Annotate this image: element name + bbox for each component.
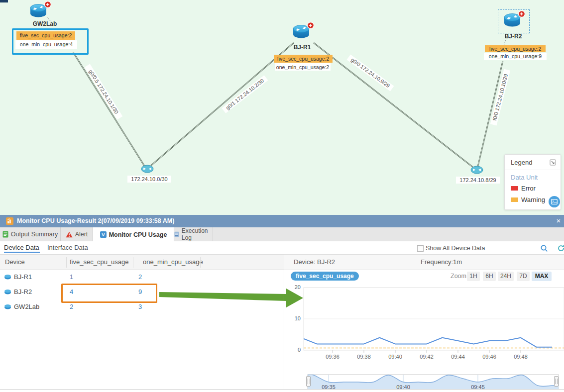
one-min-value: 3 [138, 303, 142, 310]
device-name: BJ-R2 [14, 288, 32, 295]
tab-monitor-cpu-usage[interactable]: V Monitor CPU Usage [93, 227, 174, 242]
tab-label: Output Summary [11, 231, 58, 238]
column-divider [133, 257, 133, 268]
tab-label: Monitor CPU Usage [109, 231, 167, 238]
plot-border [304, 288, 564, 350]
link-gw2lab-lan[interactable] [73, 52, 145, 167]
interface-label-bjr1-left: g0/1 172.24.10.2/30 [222, 75, 268, 113]
metric-five-sec-gw2lab: five_sec_cpu_usage:2 [16, 31, 75, 40]
legend-expand-icon[interactable] [550, 159, 556, 166]
five-sec-value: 1 [70, 273, 73, 281]
legend-warning-label: Warning [521, 196, 545, 203]
subtab-interface-data[interactable]: Interface Data [47, 244, 88, 251]
metric-one-min-bjr1: one_min_cpu_usage:2 [275, 63, 331, 71]
table-row-bjr1[interactable]: BJ-R1 1 2 [0, 270, 284, 285]
navigator-time-label: 09:35 [320, 384, 338, 389]
metric-one-min-gw2lab: one_min_cpu_usage:4 [15, 40, 77, 49]
router-icon-bjr1[interactable] [291, 22, 315, 42]
active-subtab-underline [4, 252, 40, 253]
zoom-button-6h[interactable]: 6H [483, 272, 496, 281]
metric-five-sec-bjr1: five_sec_cpu_usage:2 [274, 55, 333, 63]
legend-error-label: Error [521, 185, 536, 192]
cpu-usage-line [301, 338, 552, 347]
node-label-bjr2: BJ-R2 [501, 33, 526, 40]
y-axis-label-0: 0 [289, 347, 301, 353]
x-axis-label: 09:40 [384, 354, 406, 360]
device-table-header [0, 255, 284, 270]
search-icon[interactable] [540, 244, 548, 252]
metric-one-min-bjr2: one_min_cpu_usage:9 [484, 53, 547, 60]
refresh-icon[interactable] [557, 244, 564, 252]
close-icon[interactable]: × [555, 216, 563, 225]
output-summary-icon [2, 231, 8, 238]
tab-execution-log[interactable]: Execution Log [174, 227, 213, 241]
qapp-result-icon [6, 217, 13, 225]
column-divider [200, 257, 201, 268]
y-axis-label-20: 20 [289, 284, 301, 290]
navigator-right-handle[interactable] [554, 376, 559, 387]
show-all-device-data-label: Show All Device Data [426, 245, 485, 252]
interface-label-bjr2: f0/0 172.24.10.10/29 [490, 69, 510, 126]
show-all-device-data-checkbox[interactable] [417, 245, 424, 252]
annotation-orange-rect [61, 284, 157, 303]
tab-output-summary[interactable]: Output Summary [0, 227, 61, 241]
zoom-button-max[interactable]: MAX [532, 272, 552, 281]
y-axis-label-10: 10 [289, 315, 301, 321]
x-axis-ticks [333, 350, 521, 353]
x-axis-label: 09:36 [322, 354, 343, 360]
topology-map-canvas[interactable]: GW2Lab five_sec_cpu_usage:2 one_min_cpu_… [0, 0, 564, 215]
legend-section-title: Data Unit [511, 174, 538, 181]
interface-label-bjr1-right: g0/0 172.24.10.9/29 [346, 55, 394, 92]
alert-icon [66, 231, 73, 238]
lan-label-right: 172.24.10.8/29 [456, 177, 500, 184]
column-header-device[interactable]: Device [5, 258, 25, 266]
node-label-gw2lab: GW2Lab [29, 20, 61, 27]
lan-segment-icon-right[interactable] [470, 165, 484, 175]
error-badge [519, 11, 525, 17]
result-window-title: Monitor CPU Usage-Result 2(07/09/2019 09… [17, 217, 174, 224]
series-pill-five-sec[interactable]: five_sec_cpu_usage [291, 272, 359, 281]
map-action-button[interactable] [549, 196, 560, 207]
navigator-time-label: 09:40 [394, 384, 412, 389]
column-header-one-min[interactable]: one_min_cpu_usage [143, 258, 203, 266]
navigator-time-label: 09:45 [469, 384, 487, 389]
router-icon-gw2lab[interactable] [28, 1, 52, 21]
tab-label: Execution Log [182, 227, 213, 241]
one-min-value: 2 [138, 273, 142, 281]
legend-title: Legend [511, 159, 532, 166]
navigator-labels: 09:3509:4009:45 [308, 375, 559, 389]
legend-item-error: Error [511, 185, 536, 192]
router-icon-bjr2[interactable] [502, 10, 526, 30]
x-axis-label: 09:38 [353, 354, 375, 360]
panel-vertical-divider [284, 255, 284, 389]
subtab-device-data[interactable]: Device Data [4, 244, 39, 251]
qapp-icon: V [100, 231, 107, 238]
metric-five-sec-bjr2: five_sec_cpu_usage:2 [485, 45, 546, 52]
chart-gridlines [304, 288, 564, 319]
lan-label-left: 172.24.10.0/30 [127, 176, 171, 183]
zoom-label: Zoom [451, 273, 466, 280]
navigator-left-handle[interactable] [306, 376, 311, 387]
tab-label: Alert [75, 231, 88, 238]
panel-bottom-divider [0, 389, 564, 390]
error-badge [308, 22, 314, 29]
column-header-five-sec[interactable]: five_sec_cpu_usage [70, 258, 129, 266]
image-icon [551, 199, 558, 204]
interface-label-gw2lab: g0/0.5 172.24.10.1/30 [85, 64, 123, 119]
error-color-swatch [511, 186, 518, 191]
detail-frequency-label: Frequency:1m [421, 258, 462, 266]
link-lan-bjr1[interactable] [151, 43, 294, 166]
device-name: BJ-R1 [14, 273, 32, 281]
svg-text:V: V [102, 232, 105, 237]
zoom-button-7d[interactable]: 7D [517, 272, 530, 281]
tab-alert[interactable]: Alert [61, 227, 93, 241]
legend-divider [505, 170, 561, 170]
lan-segment-icon-left[interactable] [140, 164, 154, 174]
five-sec-value: 2 [70, 303, 73, 310]
map-corner-artifact [0, 0, 8, 2]
detail-device-label: Device: BJ-R2 [294, 258, 335, 266]
link-bjr1-lan2[interactable] [314, 43, 473, 167]
legend-item-warning: Warning [511, 196, 545, 203]
zoom-button-24h[interactable]: 24H [498, 272, 514, 281]
zoom-button-1h[interactable]: 1H [467, 272, 480, 281]
